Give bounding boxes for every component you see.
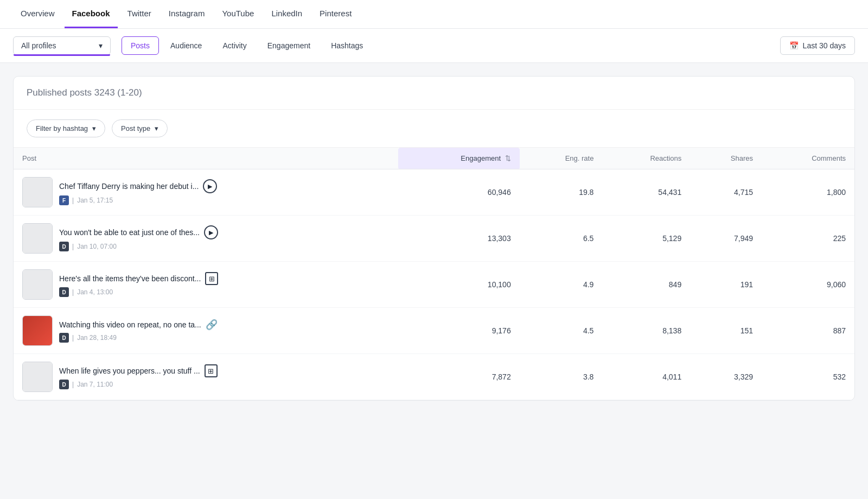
posts-table: Post Engagement ⇅ Eng. rate Reactions Sh… xyxy=(14,148,854,400)
post-eng-rate: 6.5 xyxy=(520,216,603,262)
main-content: Published posts 3243 (1-20) Filter by ha… xyxy=(0,63,868,414)
post-title: Watching this video on repeat, no one ta… xyxy=(59,320,201,329)
top-navigation: OverviewFacebookTwitterInstagramYouTubeL… xyxy=(0,0,868,29)
post-type-icon: ▶ xyxy=(203,179,217,193)
date-range-button[interactable]: 📅Last 30 days xyxy=(780,36,855,55)
post-engagement: 10,100 xyxy=(398,262,520,308)
post-thumbnail xyxy=(22,315,53,346)
post-info: Watching this video on repeat, no one ta… xyxy=(59,319,218,343)
post-type-icon: ⊞ xyxy=(205,364,218,377)
profile-select[interactable]: All profiles▾ xyxy=(13,36,111,55)
post-info: You won't be able to eat just one of the… xyxy=(59,225,218,251)
post-thumbnail xyxy=(22,177,53,207)
header-row: Post Engagement ⇅ Eng. rate Reactions Sh… xyxy=(14,148,854,169)
post-cell: Watching this video on repeat, no one ta… xyxy=(14,308,398,354)
table-row[interactable]: You won't be able to eat just one of the… xyxy=(14,216,854,262)
post-badge: D xyxy=(59,287,69,297)
tab-hashtags[interactable]: Hashtags xyxy=(322,36,372,55)
post-reactions: 4,011 xyxy=(602,354,690,400)
chevron-down-icon: ▾ xyxy=(99,41,103,50)
post-reactions: 8,138 xyxy=(602,308,690,354)
post-eng-rate: 19.8 xyxy=(520,169,603,216)
post-text: Here's all the items they've been discon… xyxy=(59,272,218,285)
hashtag-filter-label: Filter by hashtag xyxy=(36,124,88,132)
post-meta: D | Jan 10, 07:00 xyxy=(59,242,218,251)
post-comments: 9,060 xyxy=(762,262,854,308)
card-header: Published posts 3243 (1-20) xyxy=(14,77,854,110)
tab-posts[interactable]: Posts xyxy=(122,36,159,55)
table-row[interactable]: Here's all the items they've been discon… xyxy=(14,262,854,308)
tab-activity[interactable]: Activity xyxy=(213,36,256,55)
post-date: Jan 5, 17:15 xyxy=(77,197,113,204)
post-comments: 225 xyxy=(762,216,854,262)
post-shares: 4,715 xyxy=(690,169,762,216)
table-row[interactable]: Chef Tiffany Derry is making her debut i… xyxy=(14,169,854,216)
post-thumbnail xyxy=(22,223,53,254)
post-title: You won't be able to eat just one of the… xyxy=(59,228,200,237)
toolbar: All profiles▾PostsAudienceActivityEngage… xyxy=(0,29,868,63)
post-shares: 151 xyxy=(690,308,762,354)
post-shares: 7,949 xyxy=(690,216,762,262)
post-badge: D xyxy=(59,242,69,251)
post-info: Here's all the items they've been discon… xyxy=(59,272,218,297)
post-text: You won't be able to eat just one of the… xyxy=(59,225,218,239)
post-date: Jan 7, 11:00 xyxy=(77,381,113,388)
post-separator: | xyxy=(72,381,74,388)
posttype-filter-label: Post type xyxy=(121,124,150,132)
col-post: Post xyxy=(14,148,398,169)
nav-item-facebook[interactable]: Facebook xyxy=(65,0,118,28)
hashtag-filter-button[interactable]: Filter by hashtag ▾ xyxy=(27,119,105,137)
post-cell: Chef Tiffany Derry is making her debut i… xyxy=(14,169,398,216)
nav-item-pinterest[interactable]: Pinterest xyxy=(312,0,359,28)
post-title: Here's all the items they've been discon… xyxy=(59,274,201,283)
posts-card: Published posts 3243 (1-20) Filter by ha… xyxy=(13,76,855,401)
post-cell: When life gives you peppers... you stuff… xyxy=(14,354,398,400)
nav-item-linkedin[interactable]: LinkedIn xyxy=(264,0,310,28)
post-meta: D | Jan 28, 18:49 xyxy=(59,333,218,343)
section-title: Published posts 3243 (1-20) xyxy=(27,87,142,98)
post-info: Chef Tiffany Derry is making her debut i… xyxy=(59,179,217,205)
col-eng-rate: Eng. rate xyxy=(520,148,603,169)
post-cell: You won't be able to eat just one of the… xyxy=(14,216,398,262)
col-shares: Shares xyxy=(690,148,762,169)
post-separator: | xyxy=(72,334,74,342)
post-shares: 3,329 xyxy=(690,354,762,400)
table-row[interactable]: When life gives you peppers... you stuff… xyxy=(14,354,854,400)
table-header: Post Engagement ⇅ Eng. rate Reactions Sh… xyxy=(14,148,854,169)
col-reactions: Reactions xyxy=(602,148,690,169)
post-title: Chef Tiffany Derry is making her debut i… xyxy=(59,182,199,191)
post-eng-rate: 4.5 xyxy=(520,308,603,354)
post-date: Jan 4, 13:00 xyxy=(77,288,113,296)
post-cell: Here's all the items they've been discon… xyxy=(14,262,398,308)
post-meta: D | Jan 7, 11:00 xyxy=(59,380,218,389)
post-engagement: 7,872 xyxy=(398,354,520,400)
post-thumbnail xyxy=(22,362,53,392)
post-reactions: 54,431 xyxy=(602,169,690,216)
col-engagement[interactable]: Engagement ⇅ xyxy=(398,148,520,169)
post-type-icon: 🔗 xyxy=(206,319,218,331)
nav-item-youtube[interactable]: YouTube xyxy=(214,0,261,28)
date-range-label: Last 30 days xyxy=(803,41,846,50)
calendar-icon: 📅 xyxy=(789,41,799,50)
post-info: When life gives you peppers... you stuff… xyxy=(59,364,218,389)
post-reactions: 5,129 xyxy=(602,216,690,262)
nav-item-overview[interactable]: Overview xyxy=(13,0,62,28)
chevron-down-icon: ▾ xyxy=(155,124,158,132)
nav-item-twitter[interactable]: Twitter xyxy=(120,0,159,28)
post-separator: | xyxy=(72,197,74,204)
post-separator: | xyxy=(72,243,74,250)
table-row[interactable]: Watching this video on repeat, no one ta… xyxy=(14,308,854,354)
post-comments: 532 xyxy=(762,354,854,400)
post-badge: D xyxy=(59,333,69,343)
nav-item-instagram[interactable]: Instagram xyxy=(161,0,213,28)
tab-engagement[interactable]: Engagement xyxy=(258,36,320,55)
posttype-filter-button[interactable]: Post type ▾ xyxy=(112,119,168,137)
table-body: Chef Tiffany Derry is making her debut i… xyxy=(14,169,854,400)
post-text: When life gives you peppers... you stuff… xyxy=(59,364,218,377)
tab-audience[interactable]: Audience xyxy=(161,36,211,55)
post-title: When life gives you peppers... you stuff… xyxy=(59,367,200,375)
post-engagement: 13,303 xyxy=(398,216,520,262)
post-badge: D xyxy=(59,380,69,389)
post-comments: 1,800 xyxy=(762,169,854,216)
post-date: Jan 10, 07:00 xyxy=(77,243,117,250)
